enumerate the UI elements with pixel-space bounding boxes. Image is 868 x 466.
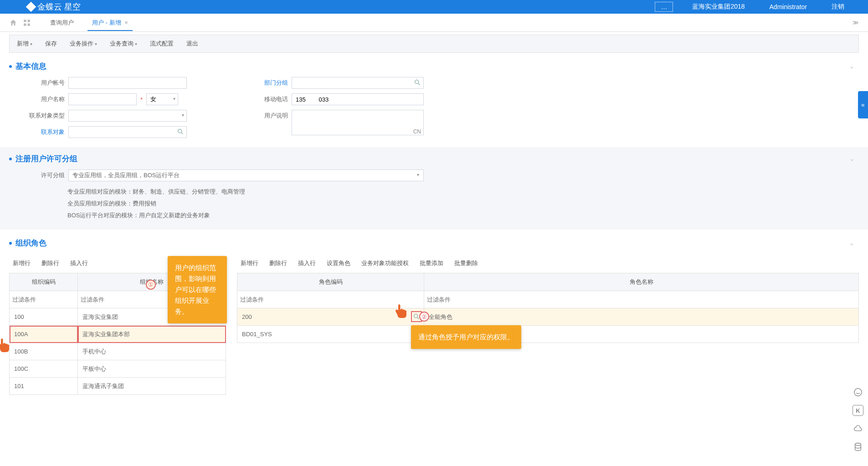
callout-text: 用户的组织范围，影响到用户可以在哪些组织开展业务。: [175, 264, 216, 315]
tab-query-user[interactable]: 查询用户: [42, 15, 82, 31]
logo-icon: [26, 2, 36, 12]
dept-group-link[interactable]: 部门分组: [251, 79, 288, 87]
batch-add-button[interactable]: 批量添加: [420, 259, 443, 267]
svg-point-4: [178, 129, 182, 133]
chat-icon[interactable]: [853, 387, 863, 395]
required-mark: *: [140, 96, 143, 103]
filter-role-code[interactable]: [240, 296, 421, 303]
tab-user-add[interactable]: 用户 - 新增 ×: [84, 15, 136, 31]
logo-area: 金蝶云 星空: [27, 1, 81, 12]
biz-op-button[interactable]: 业务操作▾: [70, 40, 97, 48]
svg-rect-0: [24, 20, 26, 22]
collapse-icon[interactable]: ⌄: [849, 155, 854, 162]
flow-config-button[interactable]: 流式配置: [150, 40, 174, 48]
org-name-cell: 蓝海实业集团本部: [78, 326, 226, 343]
collapse-icon[interactable]: ⌄: [849, 240, 854, 246]
biz-auth-button[interactable]: 业务对象功能授权: [361, 259, 409, 267]
section-title: 组织角色: [15, 238, 46, 248]
table-row[interactable]: 200 全能角色: [237, 308, 859, 326]
chevron-down-icon: ▾: [135, 41, 137, 46]
section-basic-info[interactable]: 基本信息 ⌄: [9, 61, 859, 72]
del-row-button[interactable]: 删除行: [269, 259, 287, 267]
role-name-cell: 全能角色: [424, 308, 859, 326]
side-icon-bar: K: [853, 387, 863, 395]
section-org-role[interactable]: 组织角色 ⌄: [9, 238, 859, 248]
user-name-input[interactable]: [68, 93, 137, 105]
close-icon[interactable]: ×: [124, 19, 128, 26]
contact-obj-input[interactable]: [68, 126, 187, 138]
license-group-select[interactable]: [68, 169, 424, 181]
col-role-name[interactable]: 角色名称: [424, 273, 859, 291]
col-org-code[interactable]: 组织编码: [10, 273, 78, 291]
search-icon[interactable]: [414, 79, 421, 86]
svg-point-8: [414, 314, 418, 318]
contact-type-label: 联系对象类型: [27, 112, 65, 120]
home-icon[interactable]: [9, 19, 17, 27]
org-code-cell: 100B: [10, 343, 78, 360]
license-hints: 专业应用组对应的模块：财务、制造、供应链、分销管理、电商管理 全员应用组对应的模…: [67, 186, 859, 221]
org-selector[interactable]: 蓝海实业集团2018: [687, 2, 750, 12]
svg-line-9: [417, 317, 419, 319]
pointer-icon: [0, 337, 12, 353]
set-role-button[interactable]: 设置角色: [327, 259, 350, 267]
org-name-cell: 蓝海通讯子集团: [78, 378, 226, 395]
contact-type-select[interactable]: [68, 110, 187, 122]
role-table: 角色编码 角色名称 200: [237, 273, 859, 343]
table-row[interactable]: BD01_SYS administrator: [237, 326, 859, 343]
search-icon[interactable]: [177, 128, 184, 135]
mobile-input[interactable]: [292, 93, 424, 105]
logo-text: 金蝶云 星空: [37, 1, 81, 12]
apps-icon[interactable]: [23, 19, 31, 27]
user-desc-textarea[interactable]: [292, 110, 424, 135]
table-row[interactable]: 101 蓝海通讯子集团: [10, 378, 226, 395]
del-row-button[interactable]: 删除行: [41, 259, 59, 267]
tab-bar: 查询用户 用户 - 新增 × ≫: [0, 14, 868, 32]
section-title: 注册用户许可分组: [15, 154, 77, 164]
dept-group-input[interactable]: [292, 77, 424, 89]
add-button[interactable]: 新增▾: [17, 40, 32, 48]
svg-rect-3: [28, 23, 30, 26]
license-section: 注册用户许可分组 ⌄ 许可分组 ▾ 专业应用组对应的模块：财务、制造、供应链、分…: [0, 147, 868, 230]
table-row[interactable]: 100C 平板中心: [10, 360, 226, 378]
role-panel: 新增行 删除行 插入行 设置角色 业务对象功能授权 批量添加 批量删除 角色编码…: [237, 254, 859, 395]
bullet-icon: [9, 158, 12, 160]
filter-org-code[interactable]: [12, 296, 75, 303]
exit-button[interactable]: 退出: [186, 40, 198, 48]
basic-form: 用户帐号 用户名称 * ▾ 联系对象类型 ▾ 联系对象: [27, 77, 859, 138]
insert-row-button[interactable]: 插入行: [70, 259, 88, 267]
hint-text: 全员应用组对应的模块：费用报销: [67, 198, 859, 210]
logout-link[interactable]: 注销: [826, 2, 850, 12]
hint-text: BOS运行平台对应的模块：用户自定义新建的业务对象: [67, 210, 859, 221]
collapse-icon[interactable]: ⌄: [849, 63, 854, 70]
contact-obj-link[interactable]: 联系对象: [27, 128, 65, 136]
biz-query-button[interactable]: 业务查询▾: [110, 40, 137, 48]
table-row[interactable]: 100A 蓝海实业集团本部: [10, 326, 226, 343]
org-code-cell: 101: [10, 378, 78, 395]
chevron-down-icon: ▾: [182, 113, 184, 118]
license-group-label: 许可分组: [27, 171, 65, 179]
drawer-toggle[interactable]: «: [858, 91, 868, 118]
org-code-cell: 100C: [10, 360, 78, 378]
org-code-cell: 100A: [10, 326, 78, 343]
filter-role-name[interactable]: [427, 296, 856, 303]
batch-del-button[interactable]: 批量删除: [454, 259, 478, 267]
add-row-button[interactable]: 新增行: [241, 259, 258, 267]
callout-role-permission: 通过角色授予用户对应的权限。: [411, 325, 521, 349]
lang-badge[interactable]: CN: [413, 128, 421, 135]
callout-org-scope: ① 用户的组织范围，影响到用户可以在哪些组织开展业务。: [168, 256, 227, 323]
user-account-input[interactable]: [68, 77, 187, 89]
col-role-code[interactable]: 角色编码: [237, 273, 424, 291]
banner-right: … 蓝海实业集团2018 Administrator 注销: [655, 2, 850, 12]
callout-text: 通过角色授予用户对应的权限。: [418, 333, 514, 341]
save-button[interactable]: 保存: [45, 40, 57, 48]
table-row[interactable]: 100B 手机中心: [10, 343, 226, 360]
banner-box-item[interactable]: …: [655, 2, 673, 12]
add-row-button[interactable]: 新增行: [13, 259, 31, 267]
bullet-icon: [9, 65, 12, 68]
tab-label: 查询用户: [50, 19, 74, 26]
insert-row-button[interactable]: 插入行: [298, 259, 316, 267]
user-menu[interactable]: Administrator: [764, 2, 812, 11]
mobile-label: 移动电话: [251, 95, 288, 103]
role-toolbar: 新增行 删除行 插入行 设置角色 业务对象功能授权 批量添加 批量删除: [237, 254, 859, 273]
expand-icon[interactable]: ≫: [853, 19, 859, 26]
